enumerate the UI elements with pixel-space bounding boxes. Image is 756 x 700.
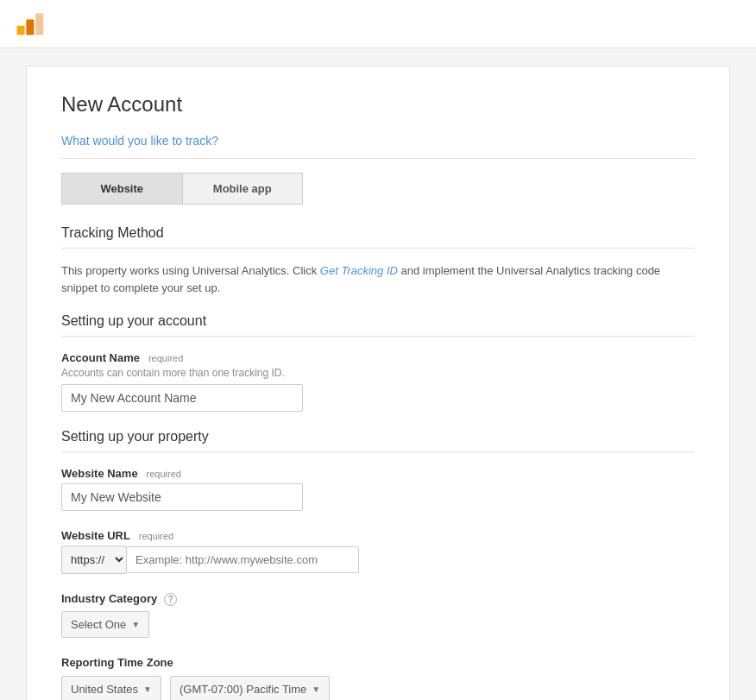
svg-rect-2 — [35, 13, 43, 35]
reporting-timezone-field-group: Reporting Time Zone United States ▼ (GMT… — [61, 655, 695, 700]
website-url-input[interactable] — [126, 546, 359, 573]
timezone-row: United States ▼ (GMT-07:00) Pacific Time… — [61, 672, 695, 700]
account-name-label: Account Name — [61, 351, 140, 364]
tab-website[interactable]: Website — [62, 173, 183, 204]
industry-category-dropdown[interactable]: Select One ▼ — [61, 611, 149, 638]
timezone-offset-dropdown[interactable]: (GMT-07:00) Pacific Time ▼ — [170, 676, 330, 700]
website-url-label: Website URL — [61, 529, 130, 542]
website-name-field-group: Website Name required — [61, 466, 695, 511]
industry-category-help-icon[interactable]: ? — [164, 593, 177, 606]
account-name-input[interactable] — [61, 384, 303, 412]
timezone-country-dropdown[interactable]: United States ▼ — [61, 676, 161, 700]
property-divider — [61, 451, 695, 452]
page-title: New Account — [61, 92, 695, 117]
website-url-field-group: Website URL required https:// http:// — [61, 528, 695, 574]
svg-rect-0 — [17, 25, 25, 35]
website-url-row: https:// http:// — [61, 545, 695, 574]
website-url-required-badge: required — [139, 531, 173, 541]
website-name-required-badge: required — [147, 469, 181, 479]
main-content: New Account What would you like to track… — [26, 66, 730, 700]
tracking-method-description: This property works using Universal Anal… — [61, 262, 695, 296]
timezone-offset-value: (GMT-07:00) Pacific Time — [180, 683, 306, 696]
account-name-field-group: Account Name required Accounts can conta… — [61, 350, 695, 412]
industry-category-arrow-icon: ▼ — [131, 620, 140, 629]
account-divider — [61, 336, 695, 337]
account-name-required-badge: required — [148, 353, 183, 363]
website-name-input[interactable] — [61, 483, 303, 511]
google-analytics-logo — [14, 9, 45, 40]
url-protocol-select[interactable]: https:// http:// — [61, 545, 126, 574]
svg-rect-1 — [26, 19, 34, 35]
tab-mobile-app[interactable]: Mobile app — [183, 173, 303, 204]
account-name-hint: Accounts can contain more than one track… — [61, 367, 695, 379]
reporting-timezone-label: Reporting Time Zone — [61, 656, 173, 669]
timezone-offset-arrow-icon: ▼ — [312, 684, 320, 694]
website-name-label: Website Name — [61, 467, 138, 480]
timezone-country-arrow-icon: ▼ — [143, 684, 152, 694]
tracking-method-heading: Tracking Method — [61, 225, 695, 241]
track-type-selector: Website Mobile app — [61, 173, 303, 205]
industry-category-field-group: Industry Category ? Select One ▼ — [61, 591, 695, 638]
property-section-heading: Setting up your property — [61, 429, 695, 445]
industry-category-value: Select One — [71, 618, 126, 631]
account-section-heading: Setting up your account — [61, 313, 695, 329]
tracking-method-divider — [61, 248, 695, 249]
industry-category-label: Industry Category — [61, 592, 157, 605]
track-section-label: What would you like to track? — [61, 134, 695, 148]
track-divider — [61, 158, 695, 159]
timezone-country-value: United States — [71, 683, 138, 696]
get-tracking-id-link[interactable]: Get Tracking ID — [320, 264, 398, 277]
app-header — [0, 0, 756, 48]
